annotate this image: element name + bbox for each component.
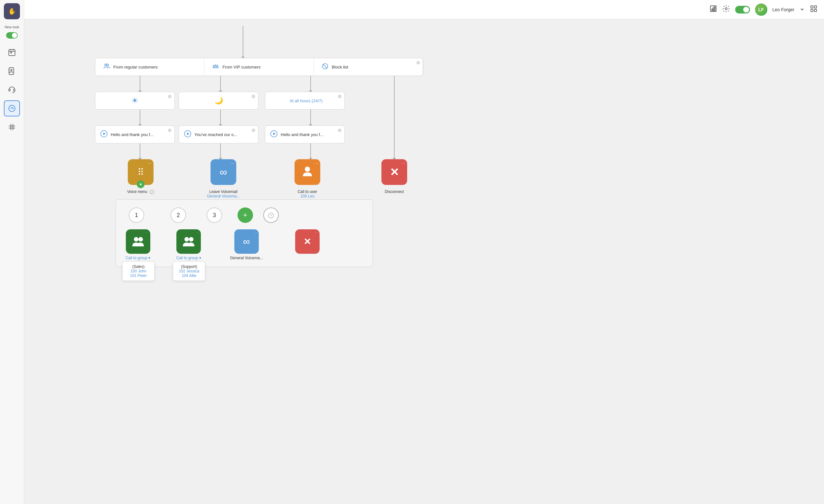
- svg-rect-17: [712, 9, 713, 11]
- call-to-user-box[interactable]: ⋯: [295, 159, 320, 185]
- grid-icon[interactable]: [810, 5, 818, 14]
- svg-point-71: [134, 237, 138, 242]
- voicemail2-col: ∞ ⋯ General Voicema...: [230, 229, 263, 260]
- tooltip-2-support: (Support): [177, 264, 201, 269]
- voicemail-box[interactable]: ∞ ⋯: [210, 159, 236, 185]
- sun-icon: ☀: [131, 96, 138, 105]
- svg-text:i: i: [151, 191, 152, 194]
- new-look-label: New look: [4, 25, 19, 29]
- app-logo[interactable]: ✋: [4, 3, 20, 19]
- call-group-1-label[interactable]: Call to group ▾: [125, 256, 150, 260]
- routing-blocklist[interactable]: Block list: [314, 58, 423, 76]
- svg-rect-22: [814, 6, 817, 8]
- header-toggle-knob: [743, 7, 749, 13]
- moon-gear[interactable]: ⚙: [251, 94, 255, 99]
- voice-menu-node[interactable]: ⠿ ⋯ Voice menu i: [127, 159, 154, 194]
- routing-regular[interactable]: From regular customers: [95, 58, 204, 76]
- settings-button[interactable]: [722, 5, 730, 14]
- call-group-2-box[interactable]: ⋯: [176, 229, 201, 254]
- call-group-1-col: ⋯ Call to group ▾ (Sales) 100 John 101 P…: [125, 229, 150, 260]
- svg-rect-9: [9, 89, 10, 91]
- voice-menu-label: Voice menu i: [127, 190, 154, 194]
- greeting-3-gear[interactable]: ⚙: [338, 128, 342, 133]
- disconnect-node[interactable]: ✕ ⋯ Disconnect: [382, 159, 407, 194]
- svg-point-73: [185, 237, 189, 242]
- dots-1: ⋯: [145, 231, 149, 235]
- svg-rect-21: [811, 6, 813, 8]
- voicemail2-icon: ∞: [243, 236, 250, 247]
- sidebar-item-transfer[interactable]: [4, 100, 20, 116]
- svg-point-74: [189, 237, 193, 242]
- greeting-2-gear[interactable]: ⚙: [251, 128, 255, 133]
- header-toggle[interactable]: [735, 6, 750, 13]
- sidebar-item-calendar-phone[interactable]: [4, 44, 20, 60]
- x-icon: ✕: [390, 166, 399, 178]
- call-group-2-col: ⋯ Call to group ▾ (Support) 102 Jessica …: [176, 229, 201, 260]
- greeting-card-2[interactable]: You've reached our o... ⚙: [179, 125, 259, 143]
- time-card-allhours[interactable]: At all hours (24/7) ⚙: [265, 92, 345, 110]
- voicemail-icon: ∞: [220, 166, 227, 178]
- svg-rect-10: [13, 89, 15, 91]
- disconnect2-box[interactable]: ✕ ⋯: [295, 229, 320, 254]
- hand-icon: ✋: [8, 7, 16, 15]
- voicemail-node[interactable]: ∞ ⋯ Leave Voicemail General Voicema...: [207, 159, 240, 199]
- routing-gear[interactable]: ⚙: [416, 60, 420, 65]
- disconnect2-col: ✕ ⋯: [295, 229, 320, 254]
- svg-rect-18: [713, 8, 714, 11]
- greeting-1-gear[interactable]: ⚙: [168, 128, 172, 133]
- menu-num-1[interactable]: 1: [129, 208, 144, 223]
- block-icon: [322, 63, 329, 72]
- sidebar-item-contacts[interactable]: [4, 63, 20, 79]
- voicemail-label: Leave Voicemail General Voicema...: [207, 190, 240, 199]
- sun-gear[interactable]: ⚙: [168, 94, 172, 99]
- greeting-card-3[interactable]: Hello and thank you f... ⚙: [265, 125, 345, 143]
- chart-button[interactable]: [709, 5, 717, 14]
- greeting-card-1[interactable]: Hello and thank you f... ⚙: [95, 125, 175, 143]
- routing-regular-label: From regular customers: [113, 65, 158, 70]
- new-look-toggle[interactable]: [6, 32, 18, 38]
- dots-2: ⋯: [196, 231, 199, 235]
- chevron-down-icon[interactable]: [800, 5, 805, 14]
- call-to-user-node[interactable]: ⋯ Call to user 105 Leo: [295, 159, 320, 199]
- svg-point-67: [305, 166, 310, 172]
- menu-timer-btn[interactable]: [263, 208, 279, 223]
- sidebar: ✋ New look: [0, 0, 24, 504]
- call-group-2-label[interactable]: Call to group ▾: [176, 256, 201, 260]
- allhours-label: At all hours (24/7): [290, 98, 323, 103]
- svg-marker-63: [273, 132, 276, 135]
- routing-card[interactable]: From regular customers From VIP customer…: [95, 58, 423, 76]
- moon-icon: 🌙: [214, 97, 223, 105]
- menu-num-3[interactable]: 3: [207, 208, 222, 223]
- header: LF Leo Forger: [24, 0, 824, 19]
- user-name[interactable]: Leo Forger: [772, 7, 794, 12]
- menu-add-btn[interactable]: +: [237, 208, 253, 223]
- call-group-1-box[interactable]: ⋯: [126, 229, 150, 254]
- routing-vip[interactable]: From VIP customers: [204, 58, 313, 76]
- routing-vip-label: From VIP customers: [222, 65, 261, 70]
- time-card-moon[interactable]: 🌙 ⚙: [179, 92, 259, 110]
- voicemail2-box[interactable]: ∞ ⋯: [234, 229, 259, 254]
- menu-num-2[interactable]: 2: [171, 208, 186, 223]
- play-icon-1: [100, 130, 107, 139]
- voice-menu-dots: ⋯: [148, 161, 151, 166]
- group-icon-1: [132, 236, 144, 247]
- voice-menu-box[interactable]: ⠿ ⋯: [128, 159, 153, 185]
- avatar[interactable]: LF: [755, 4, 767, 16]
- svg-marker-61: [187, 132, 189, 135]
- call-group-1-dropdown[interactable]: Call to group ▾: [125, 256, 150, 260]
- dots-4: ⋯: [315, 231, 318, 235]
- time-card-sun[interactable]: ☀ ⚙: [95, 92, 175, 110]
- sidebar-item-hashtag[interactable]: [4, 119, 20, 135]
- sidebar-item-headset[interactable]: [4, 82, 20, 98]
- call-group-2-tooltip: (Support) 102 Jessica 104 Allie: [173, 261, 205, 281]
- vip-icon: [212, 63, 219, 72]
- call-group-2-dropdown[interactable]: Call to group ▾: [176, 256, 201, 260]
- tooltip-1-john: 100 John: [126, 269, 150, 273]
- disconnect-box[interactable]: ✕ ⋯: [382, 159, 407, 185]
- svg-rect-4: [9, 68, 13, 75]
- tooltip-1-sales: (Sales): [126, 264, 150, 269]
- svg-point-20: [725, 8, 727, 10]
- allhours-gear[interactable]: ⚙: [338, 94, 342, 99]
- routing-blocklist-label: Block list: [332, 65, 348, 70]
- voice-menu-numbers-row: 1 2 3 +: [122, 208, 366, 229]
